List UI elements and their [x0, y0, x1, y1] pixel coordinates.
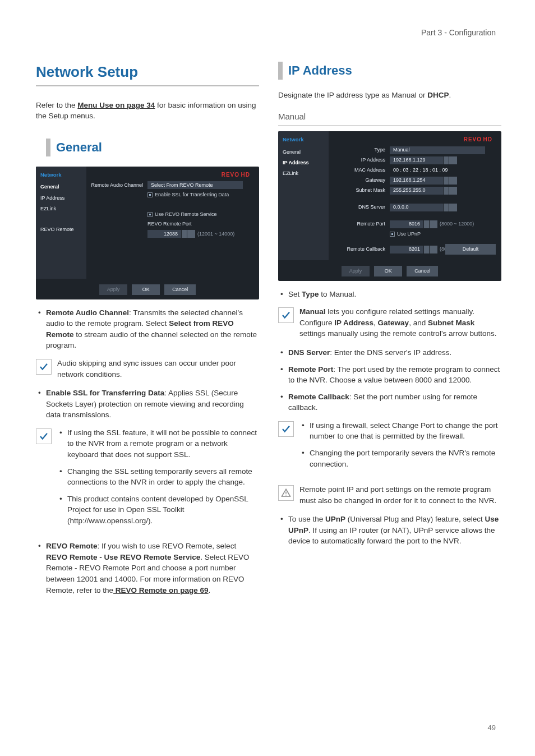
sidebar-item-ezlink[interactable]: EZLink [283, 168, 324, 179]
input-remote-callback[interactable]: 8201 [390, 246, 423, 253]
cancel-button[interactable]: Cancel [164, 284, 196, 295]
value-mac: 00 : 03 : 22 : 18 : 01 : 09 [390, 167, 451, 174]
sidebar-item-revo-remote: REVO Remote [40, 224, 82, 235]
note-item: This product contains content developed … [59, 494, 259, 527]
ip-intro: Designate the IP address type as Manual … [278, 90, 501, 101]
label: Enable SSL for Transferring Data [46, 389, 164, 397]
spinner-icon[interactable] [424, 220, 429, 228]
note-firewall: If using a firewall, select Change Port … [278, 420, 501, 476]
keypad-icon[interactable] [449, 204, 457, 211]
check-icon [36, 428, 52, 444]
right-column: IP Address Designate the IP address type… [278, 62, 501, 602]
keypad-icon[interactable] [430, 220, 437, 228]
screenshot-manual: Network General IP Address EZLink REVO H… [278, 131, 501, 281]
label: REVO Remote [46, 542, 98, 550]
keypad-icon[interactable] [430, 246, 437, 253]
keypad-icon[interactable] [187, 230, 195, 238]
label-gateway: Gateway [331, 177, 390, 184]
text: To use the [288, 515, 325, 523]
checkbox-upnp[interactable] [390, 232, 395, 237]
text: . If using an IP router (or NAT), UPnP s… [288, 526, 495, 546]
spinner-icon[interactable] [424, 246, 429, 253]
label: DNS Server [288, 348, 330, 357]
input-gateway[interactable]: 192.168.1.254 [390, 177, 443, 185]
label-remote-port: Remote Port [331, 220, 390, 228]
logo-hd: HD [483, 136, 492, 142]
sidebar-item-ezlink[interactable]: EZLink [40, 204, 82, 214]
label-ssl: Enable SSL for Transferring Data [155, 191, 229, 199]
bullet-type: Set Type to Manual. [280, 289, 501, 300]
input-ip[interactable]: 192.168.1.129 [390, 156, 443, 164]
text: : Enter the DNS server's IP address. [330, 348, 451, 357]
bullet-remote-audio: Remote Audio Channel: Transmits the sele… [38, 307, 259, 351]
text: . [209, 586, 211, 594]
heading-general: General [46, 139, 259, 156]
input-subnet[interactable]: 255.255.255.0 [390, 187, 443, 195]
note-item: Changing the SSL setting temporarily sev… [59, 466, 259, 488]
spinner-icon[interactable] [444, 187, 449, 195]
ok-button[interactable]: OK [374, 266, 402, 276]
ok-button[interactable]: OK [132, 284, 160, 295]
bullet-upnp: To use the UPnP (Universal Plug and Play… [280, 514, 501, 547]
label: Subnet Mask [428, 319, 474, 327]
select-remote-audio[interactable]: Select From REVO Remote [147, 181, 243, 189]
label-ip: IP Address [331, 156, 390, 164]
sidebar-item-ip[interactable]: IP Address [40, 193, 82, 204]
keypad-icon[interactable] [449, 177, 457, 185]
apply-button[interactable]: Apply [342, 266, 370, 276]
text: Designate the IP address type as Manual … [278, 91, 427, 99]
note-audio-skip: Audio skipping and sync issues can occur… [36, 358, 259, 380]
label: Remote Port [288, 365, 333, 374]
label-remote-callback: Remote Callback [331, 246, 390, 253]
svg-rect-1 [285, 495, 287, 496]
text: . [449, 91, 451, 99]
apply-button[interactable]: Apply [99, 284, 128, 295]
page-number: 49 [488, 723, 496, 734]
spinner-icon[interactable] [444, 156, 449, 164]
warning-icon [278, 485, 294, 501]
intro-paragraph: Refer to the Menu Use on page 34 for bas… [36, 100, 259, 122]
input-revo-port[interactable]: 12088 [147, 230, 181, 238]
select-type[interactable]: Manual [390, 146, 485, 154]
spinner-icon[interactable] [444, 204, 449, 211]
text: Set [288, 290, 302, 298]
left-column: Network Setup Refer to the Menu Use on p… [36, 62, 259, 602]
note-item: If using a firewall, select Change Port … [302, 420, 501, 442]
sidebar-item-ip[interactable]: IP Address [283, 158, 324, 168]
screenshot-general: Network General IP Address EZLink REVO R… [36, 167, 259, 299]
label: UPnP [325, 515, 345, 523]
spinner-icon[interactable] [444, 177, 449, 185]
bullet-remote-callback: Remote Callback: Set the port number usi… [280, 391, 501, 413]
note-manual: Manual lets you configure related settin… [278, 306, 501, 339]
text: settings manually using the remote contr… [299, 329, 497, 338]
text: Refer to the [36, 101, 77, 109]
keypad-icon[interactable] [449, 156, 457, 164]
hint-port-range: (8000 ~ 12000) [440, 220, 474, 228]
logo-revo: REVO [222, 172, 239, 178]
label: REVO Remote - Use REVO Remote Service [46, 553, 200, 561]
input-dns[interactable]: 0.0.0.0 [390, 204, 443, 211]
default-button[interactable]: Default [445, 244, 496, 255]
sidebar-item-general[interactable]: General [40, 182, 82, 192]
label-type: Type [331, 146, 390, 154]
check-icon [278, 307, 294, 323]
note-text: Audio skipping and sync issues can occur… [57, 358, 259, 380]
label-mac: MAC Address [331, 167, 390, 174]
label: Type [302, 290, 319, 298]
label: IP Address [334, 319, 373, 327]
sidebar-item-general[interactable]: General [283, 147, 324, 158]
checkbox-revo-service[interactable] [147, 212, 153, 217]
input-remote-port[interactable]: 8016 [390, 220, 423, 228]
warning-remote-point: Remote point IP and port settings on the… [278, 484, 501, 506]
cancel-button[interactable]: Cancel [407, 266, 438, 276]
spinner-icon[interactable] [182, 230, 187, 238]
logo-hd: HD [241, 172, 250, 178]
note-ssl: If using the SSL feature, it will not be… [36, 427, 259, 533]
keypad-icon[interactable] [449, 187, 457, 195]
checkbox-ssl[interactable] [147, 192, 153, 197]
note-item: If using the SSL feature, it will not be… [59, 427, 259, 460]
link-revo-remote[interactable]: REVO Remote on page 69 [113, 586, 209, 594]
label-dns: DNS Server [331, 204, 390, 211]
link-menu-use[interactable]: Menu Use on page 34 [77, 101, 155, 109]
hint-port-range: (12001 ~ 14000) [197, 231, 234, 238]
